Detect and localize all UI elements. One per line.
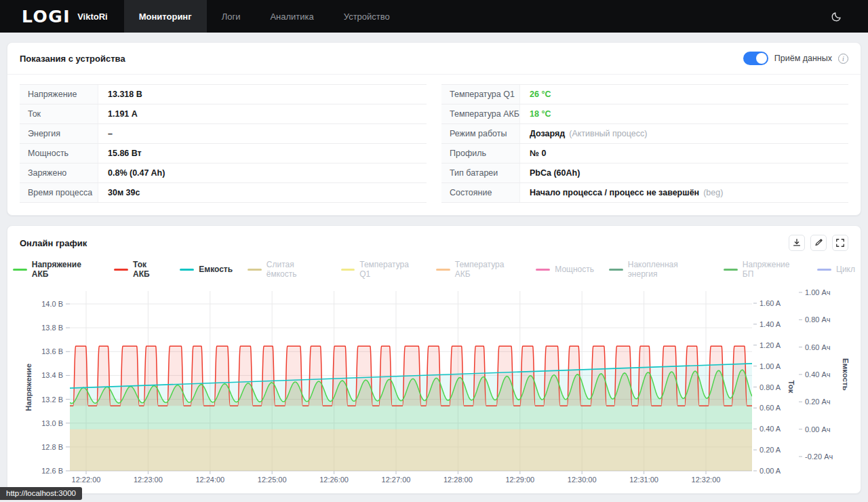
table-row: Ток1.191 А: [20, 104, 427, 124]
capacity-tick-label: 0.60 Ач: [805, 343, 831, 351]
readings-panel: Показания с устройства Приём данных i На…: [7, 42, 861, 216]
info-icon[interactable]: i: [838, 54, 848, 64]
capacity-tick-label: 1.00 Ач: [805, 288, 831, 296]
fullscreen-button[interactable]: [832, 235, 848, 251]
row-value-suffix: (Активный процесс): [569, 129, 647, 138]
readings-table-right: Температура Q126 °CТемпература АКБ18 °CР…: [441, 84, 848, 203]
row-value: 0.8% (0.47 Ah): [98, 163, 165, 182]
row-value: PbCa (60Ah): [520, 163, 580, 182]
account-name: ViktoRi: [77, 12, 108, 22]
row-value-text: Начало процесса / процесс не завершён: [530, 188, 699, 197]
legend-label: Цикл: [836, 265, 855, 274]
legend-item[interactable]: Цикл: [817, 265, 855, 274]
table-row: Заряжено0.8% (0.47 Ah): [20, 163, 427, 183]
row-value-text: № 0: [530, 149, 546, 158]
time-tick-label: 12:23:00: [134, 476, 163, 484]
legend-marker: [180, 269, 194, 271]
current-axis-title: Ток: [787, 380, 795, 393]
voltage-tick-label: 13.2 В: [41, 395, 63, 404]
browser-status-tooltip: http://localhost:3000: [0, 487, 82, 500]
row-value-text: 1.191 А: [108, 109, 138, 119]
table-row: Температура АКБ18 °C: [441, 104, 848, 124]
row-value: 30м 39с: [98, 183, 140, 202]
brush-icon: [814, 238, 823, 248]
time-tick-label: 12:28:00: [443, 476, 473, 484]
row-value-text: 0.8% (0.47 Ah): [108, 168, 165, 178]
current-tick-label: 0.60 A: [760, 404, 781, 412]
moon-icon: [831, 11, 842, 22]
chart-legend: Напряжение АКБТок АКБЕмкостьСлитая ёмкос…: [7, 260, 861, 282]
legend-marker: [536, 269, 550, 271]
row-value-text: 15.86 Вт: [108, 149, 142, 158]
time-tick-label: 12:29:00: [505, 476, 534, 484]
baseline-band: [70, 429, 752, 471]
nav-tab[interactable]: Мониторинг: [124, 0, 207, 33]
row-label: Мощность: [20, 144, 98, 163]
legend-item[interactable]: Слитая ёмкость: [248, 260, 326, 279]
legend-label: Напряжение АКБ: [32, 260, 100, 279]
row-label: Состояние: [441, 183, 520, 202]
legend-label: Слитая ёмкость: [267, 260, 326, 279]
row-value: Дозаряд(Активный процесс): [520, 124, 647, 143]
row-value-text: 26 °C: [530, 90, 551, 99]
chart-toolbox: [789, 235, 848, 251]
nav-tab[interactable]: Логи: [207, 0, 256, 33]
legend-item[interactable]: Температура АКБ: [436, 260, 521, 279]
table-row: Время процесса30м 39с: [20, 183, 427, 203]
legend-label: Накопленная энергия: [628, 260, 709, 279]
legend-marker: [341, 269, 355, 271]
legend-item[interactable]: Ток АКБ: [114, 260, 165, 279]
legend-label: Температура Q1: [359, 260, 421, 279]
draw-button[interactable]: [810, 235, 827, 251]
legend-label: Напряжение БП: [743, 260, 802, 279]
time-tick-label: 12:30:00: [568, 476, 597, 484]
row-value: 15.86 Вт: [98, 144, 142, 163]
row-label: Заряжено: [20, 163, 98, 182]
legend-item[interactable]: Емкость: [180, 265, 233, 274]
row-value-text: PbCa (60Ah): [530, 168, 580, 178]
legend-item[interactable]: Мощность: [536, 265, 594, 274]
legend-item[interactable]: Температура Q1: [341, 260, 421, 279]
nav-tab[interactable]: Аналитика: [255, 0, 328, 33]
chart-panel-title: Онлайн график: [20, 238, 87, 248]
legend-item[interactable]: Накопленная энергия: [609, 260, 709, 279]
current-tick-label: 0.00 A: [760, 467, 781, 475]
time-tick-label: 12:27:00: [382, 476, 411, 484]
time-tick-label: 12:22:00: [72, 476, 101, 484]
row-value-text: 13.318 В: [108, 90, 142, 99]
capacity-tick-label: 0.80 Ач: [805, 315, 831, 324]
row-label: Режим работы: [441, 124, 520, 143]
legend-marker: [817, 269, 831, 271]
row-label: Профиль: [441, 144, 520, 163]
time-tick-label: 12:25:00: [258, 476, 287, 484]
row-label: Время процесса: [20, 183, 98, 202]
data-reception-label: Приём данных: [774, 54, 832, 63]
save-image-button[interactable]: [789, 235, 805, 251]
readings-table-left: Напряжение13.318 ВТок1.191 АЭнергия–Мощн…: [20, 84, 427, 203]
data-reception-toggle[interactable]: [743, 52, 768, 65]
current-tick-label: 0.40 A: [760, 425, 781, 433]
current-tick-label: 0.20 A: [760, 446, 781, 454]
fullscreen-icon: [835, 238, 845, 248]
current-tick-label: 1.60 A: [760, 299, 781, 307]
current-tick-label: 0.80 A: [760, 383, 781, 391]
table-row: Напряжение13.318 В: [20, 85, 427, 104]
online-chart-svg[interactable]: 12.6 В12.8 В13.0 В13.2 В13.4 В13.6 В13.8…: [13, 284, 856, 488]
voltage-tick-label: 13.4 В: [41, 371, 63, 379]
row-value: 18 °C: [520, 104, 551, 123]
row-label: Энергия: [20, 124, 98, 143]
voltage-tick-label: 14.0 В: [41, 300, 63, 308]
voltage-tick-label: 13.0 В: [41, 419, 63, 427]
voltage-tick-label: 12.8 В: [41, 443, 63, 451]
legend-marker: [114, 269, 128, 271]
row-value-text: Дозаряд: [530, 129, 565, 138]
legend-item[interactable]: Напряжение АКБ: [13, 260, 99, 279]
legend-item[interactable]: Напряжение БП: [724, 260, 802, 279]
toggle-knob: [756, 53, 767, 64]
table-row: Энергия–: [20, 124, 427, 144]
theme-toggle-button[interactable]: [831, 11, 842, 22]
voltage-tick-label: 13.6 В: [41, 347, 63, 355]
row-value: 13.318 В: [98, 85, 142, 104]
nav-tab[interactable]: Устройство: [329, 0, 405, 33]
legend-marker: [13, 269, 27, 271]
